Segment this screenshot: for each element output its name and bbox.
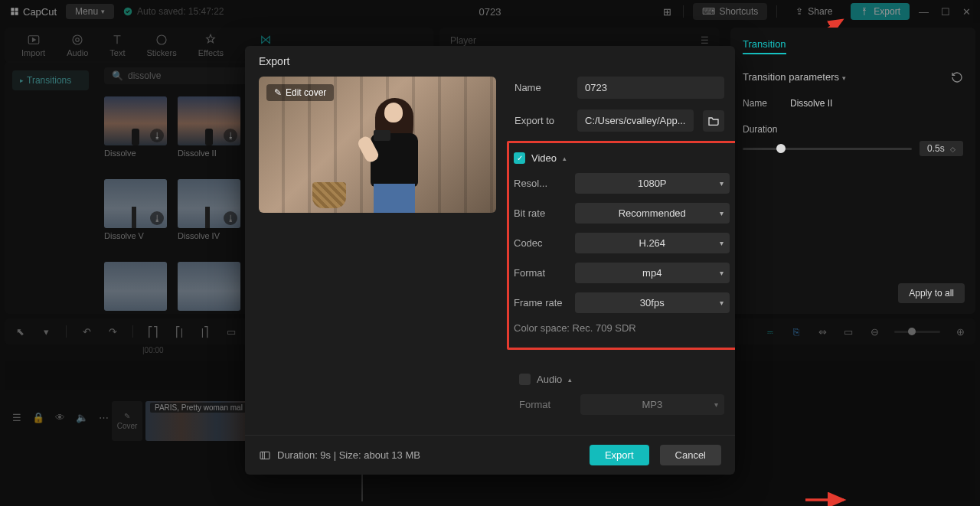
chevron-down-icon[interactable]: ▾ [40, 325, 52, 338]
export-info: Duration: 9s | Size: about 13 MB [259, 449, 579, 462]
svg-point-4 [76, 38, 80, 42]
slider-thumb[interactable] [776, 144, 786, 153]
hamburger-icon[interactable]: ☰ [701, 35, 709, 46]
download-icon[interactable]: ⭳ [224, 129, 237, 142]
apply-to-all-button[interactable]: Apply to all [898, 283, 965, 303]
download-icon[interactable]: ⭳ [150, 211, 164, 225]
zoom-out-icon[interactable]: ⊖ [868, 325, 880, 338]
preview-icon[interactable]: ▭ [842, 325, 854, 338]
sidebar-item-transitions[interactable]: ▸ Transitions [12, 70, 89, 90]
modal-title: Export [245, 46, 735, 77]
name-input[interactable] [577, 77, 724, 99]
pointer-icon[interactable]: ⬉ [14, 325, 26, 338]
titlebar: CapCut Menu ▾ Auto saved: 15:47:22 0723 … [0, 0, 980, 23]
cover-preview: ✎ Edit cover [259, 77, 496, 213]
split-icon[interactable]: ⎡⎤ [147, 325, 159, 338]
chevron-down-icon: ▾ [720, 209, 724, 217]
codec-select[interactable]: H.264▾ [575, 233, 730, 253]
magnet-icon[interactable]: ⎓ [764, 325, 776, 338]
redo-icon[interactable]: ↷ [106, 325, 119, 338]
resolution-select[interactable]: 1080P▾ [575, 173, 730, 194]
transition-properties-panel: Transition Transition parameters ▾ Name … [730, 28, 975, 314]
lock-icon[interactable]: 🔒 [32, 412, 44, 423]
autosave-status: Auto saved: 15:47:22 [123, 6, 224, 17]
caret-up-icon[interactable]: ▴ [563, 155, 567, 162]
eye-icon[interactable]: 👁 [55, 412, 65, 423]
bitrate-select[interactable]: Recommended▾ [575, 203, 730, 224]
chevron-down-icon: ▾ [720, 179, 724, 188]
tab-effects[interactable]: Effects [198, 28, 224, 63]
more-icon[interactable]: ⋯ [99, 412, 109, 423]
audio-section-title: Audio [537, 374, 562, 385]
transition-thumb[interactable]: ⭳ Dissolve V [104, 179, 167, 240]
cancel-button[interactable]: Cancel [660, 445, 721, 465]
video-section-title: Video [531, 152, 557, 164]
transition-thumb[interactable]: ⭳ Dissolve [104, 96, 167, 158]
codec-label: Codec [514, 237, 575, 249]
tab-stickers[interactable]: Stickers [147, 28, 177, 63]
transition-thumb[interactable] [104, 262, 167, 311]
mute-icon[interactable]: 🔈 [76, 412, 88, 423]
chevron-down-icon[interactable]: ▾ [842, 74, 846, 82]
zoom-slider[interactable] [894, 331, 940, 333]
download-icon[interactable]: ⭳ [224, 211, 237, 225]
player-title: Player [450, 35, 476, 46]
trim-left-icon[interactable]: ⎡| [173, 325, 185, 338]
menu-button[interactable]: Menu ▾ [66, 4, 114, 19]
export-button[interactable]: Export [590, 445, 649, 465]
video-clip[interactable]: PARIS, Pretty woman mal [145, 401, 253, 441]
download-icon[interactable]: ⭳ [150, 129, 164, 142]
edit-cover-button[interactable]: ✎ Edit cover [266, 84, 334, 101]
audio-checkbox[interactable] [519, 374, 531, 385]
share-button[interactable]: ⇪ Share [786, 3, 841, 20]
keyboard-icon: ⌨ [702, 6, 715, 17]
layers-icon[interactable]: ☰ [12, 412, 21, 423]
track-controls: ☰ 🔒 👁 🔈 ⋯ [12, 412, 109, 423]
align-icon[interactable]: ⇔ [816, 325, 828, 338]
close-icon[interactable]: ✕ [962, 6, 971, 18]
format-label: Format [514, 267, 575, 279]
transition-thumb[interactable] [178, 262, 240, 311]
transition-thumb[interactable]: ⭳ Dissolve II [178, 96, 240, 158]
export-icon: ⭱ [860, 6, 869, 17]
reset-icon[interactable] [951, 71, 963, 86]
browse-folder-button[interactable] [703, 110, 724, 132]
cover-cell[interactable]: ✎ Cover [112, 401, 142, 441]
delete-icon[interactable]: ▭ [225, 325, 237, 338]
framerate-select[interactable]: 30fps▾ [575, 292, 730, 313]
duration-slider[interactable]: 0.5s ◇ [743, 141, 963, 156]
framerate-label: Frame rate [514, 297, 575, 308]
transition-name-value: Dissolve II [790, 98, 832, 109]
maximize-icon[interactable]: ☐ [941, 6, 950, 18]
link-icon[interactable]: ⎘ [790, 325, 802, 338]
video-checkbox[interactable]: ✓ [514, 152, 525, 164]
transition-parameters-header: Transition parameters ▾ [743, 71, 963, 86]
exportto-path: C:/Users/cvalley/App... [585, 115, 686, 126]
transition-tab[interactable]: Transition [743, 38, 786, 54]
audio-format-label: Format [519, 399, 580, 410]
app-logo: CapCut [9, 6, 57, 18]
chevron-down-icon: ▾ [101, 8, 105, 15]
export-top-button[interactable]: ⭱ Export [851, 3, 910, 20]
tab-audio[interactable]: Audio [67, 28, 88, 63]
caret-up-icon[interactable]: ▴ [568, 376, 572, 384]
layout-icon[interactable]: ⊞ [662, 5, 674, 18]
clip-label: PARIS, Pretty woman mal [150, 403, 247, 413]
format-select[interactable]: mp4▾ [575, 263, 730, 283]
svg-point-5 [157, 35, 166, 44]
tab-import[interactable]: Import [21, 28, 45, 63]
shortcuts-button[interactable]: ⌨ Shortcuts [693, 3, 768, 20]
duration-value[interactable]: 0.5s ◇ [920, 141, 963, 156]
minimize-icon[interactable]: — [919, 6, 929, 18]
trim-right-icon[interactable]: |⎤ [199, 325, 211, 338]
audio-format-select[interactable]: MP3▾ [580, 394, 724, 415]
stepper-icon[interactable]: ◇ [950, 145, 956, 153]
exportto-label: Export to [514, 115, 568, 126]
undo-icon[interactable]: ↶ [80, 325, 93, 338]
zoom-in-icon[interactable]: ⊕ [954, 325, 966, 338]
transition-thumb[interactable]: ⭳ Dissolve IV [178, 179, 240, 240]
chevron-down-icon: ▾ [720, 299, 724, 307]
export-modal: Export ✎ Edit cover Name [245, 46, 735, 475]
tab-text[interactable]: Text [109, 28, 125, 63]
color-space-info: Color space: Rec. 709 SDR [514, 322, 730, 334]
